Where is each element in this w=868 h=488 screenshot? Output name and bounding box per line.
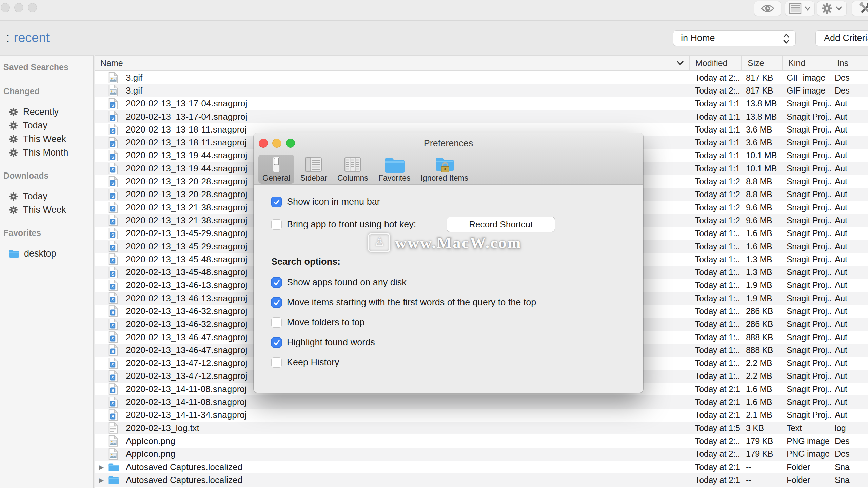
table-row[interactable]: ▶ Autosaved Captures.localized Today at …	[95, 461, 868, 473]
tab-ignored-items[interactable]: Ignored Items	[416, 155, 472, 184]
file-size: 1.3 MB	[741, 255, 782, 264]
snagit-file-icon: S	[108, 292, 120, 304]
snagit-file-icon: S	[108, 344, 120, 356]
dialog-minimize-button[interactable]	[272, 139, 281, 148]
preferences-titlebar[interactable]: Preferences	[254, 133, 643, 154]
checkbox-keep-history[interactable]: Keep History	[271, 357, 633, 368]
checkbox-highlight-found-words[interactable]: Highlight found words	[271, 337, 633, 348]
select-updown-icon	[782, 33, 791, 47]
file-ins: Aut	[831, 397, 868, 407]
tab-sidebar[interactable]: Sidebar	[296, 155, 331, 184]
file-name: 2020-02-13_log.txt	[126, 423, 199, 433]
sidebar-item-this-week[interactable]: This Week	[3, 132, 93, 146]
file-kind: Snagit Proj...	[782, 150, 831, 160]
snagit-file-icon: S	[108, 331, 120, 343]
file-modified: Today at 2:1...	[689, 475, 741, 485]
file-size: 286 KB	[741, 306, 782, 316]
column-header-ins[interactable]: Ins	[831, 56, 868, 70]
file-modified: Today at 1:...	[689, 319, 741, 329]
dialog-close-button[interactable]	[259, 139, 268, 148]
tab-general[interactable]: General	[258, 155, 294, 184]
folder-icon	[108, 475, 119, 484]
sidebar-item-this-month[interactable]: This Month	[3, 146, 93, 159]
file-kind: GIF image	[782, 86, 831, 96]
checkbox-move-items-starting[interactable]: Move items starting with the first words…	[271, 297, 633, 308]
file-kind: Snagit Proj...	[782, 177, 831, 186]
file-modified: Today at 1:...	[689, 306, 741, 316]
file-kind: Folder	[782, 462, 831, 472]
checkbox-box	[271, 219, 282, 230]
image-file-icon	[108, 448, 120, 460]
file-size: 1.9 MB	[741, 280, 782, 290]
record-shortcut-button[interactable]: Record Shortcut	[447, 217, 555, 232]
sidebar-item-recently[interactable]: Recently	[3, 105, 93, 119]
table-row[interactable]: ▶ S 2020-02-13_14-11-34.snagproj Today a…	[95, 409, 868, 422]
svg-text:S: S	[111, 388, 114, 393]
file-modified: Today at 1:...	[689, 345, 741, 355]
file-ins: Aut	[831, 293, 868, 303]
sidebar-item-today[interactable]: Today	[3, 189, 93, 203]
file-size: 9.6 MB	[741, 203, 782, 212]
window-minimize-button[interactable]	[14, 3, 23, 12]
tab-favorites[interactable]: Favorites	[374, 155, 415, 184]
snagit-file-icon: S	[108, 267, 120, 278]
table-row[interactable]: ▶ 3.gif Today at 2:... 817 KB GIF image …	[95, 71, 868, 84]
toolbar-tools-button[interactable]	[852, 1, 868, 16]
tab-columns[interactable]: Columns	[333, 155, 372, 184]
table-row[interactable]: ▶ S 2020-02-13_13-17-04.snagproj Today a…	[95, 110, 868, 123]
table-row[interactable]: ▶	[95, 487, 868, 488]
sidebar-item-desktop[interactable]: desktop	[3, 247, 93, 260]
sidebar: Saved Searches Changed Recently Today Th…	[0, 55, 94, 488]
table-row[interactable]: ▶ AppIcon.png Today at 2:... 179 KB PNG …	[95, 448, 868, 461]
snagit-file-icon: S	[108, 202, 120, 213]
snagit-file-icon: S	[108, 111, 120, 122]
checkbox-show-apps-found[interactable]: Show apps found on any disk	[271, 277, 633, 288]
table-row[interactable]: ▶ Autosaved Captures.localized Today at …	[95, 473, 868, 486]
gear-icon	[9, 107, 18, 117]
toolbar-actions-button[interactable]	[817, 1, 847, 16]
window-zoom-button[interactable]	[28, 3, 37, 12]
svg-text:S: S	[111, 155, 114, 160]
table-row[interactable]: ▶ S 2020-02-13_13-17-04.snagproj Today a…	[95, 97, 868, 110]
checkbox-show-icon-menu-bar[interactable]: Show icon in menu bar	[271, 197, 633, 207]
column-header-modified[interactable]: Modified	[689, 56, 741, 70]
dialog-zoom-button[interactable]	[286, 139, 295, 148]
window-close-button[interactable]	[1, 3, 10, 12]
file-modified: Today at 1:...	[689, 371, 741, 381]
svg-text:S: S	[111, 128, 114, 134]
file-size: 13.8 MB	[741, 99, 782, 108]
table-row[interactable]: ▶ AppIcon.png Today at 2:... 179 KB PNG …	[95, 434, 868, 447]
table-row[interactable]: ▶ 2020-02-13_log.txt Today at 1:5... 3 K…	[95, 422, 868, 434]
column-header-name[interactable]: Name	[95, 56, 689, 70]
add-criteria-button[interactable]: Add Criteria	[815, 30, 868, 46]
checkbox-box	[271, 297, 282, 308]
column-header-size[interactable]: Size	[741, 56, 782, 70]
file-modified: Today at 1:1...	[689, 125, 741, 135]
disclosure-triangle-icon[interactable]: ▶	[95, 476, 108, 484]
file-name: 2020-02-13_13-21-38.snagproj	[126, 202, 248, 213]
checkbox-hot-key[interactable]: Bring app to front using hot key: Record…	[271, 217, 633, 232]
file-name: 2020-02-13_13-19-44.snagproj	[126, 163, 248, 174]
sidebar-item-today[interactable]: Today	[3, 119, 93, 132]
table-row[interactable]: ▶ S 2020-02-13_14-11-08.snagproj Today a…	[95, 395, 868, 408]
column-header-kind[interactable]: Kind	[782, 56, 831, 70]
file-name: Autosaved Captures.localized	[126, 475, 242, 485]
file-modified: Today at 1:5...	[689, 423, 741, 433]
file-size: 8.8 MB	[741, 177, 782, 186]
file-kind: Snagit Proj...	[782, 242, 831, 251]
toolbar-eye-button[interactable]	[754, 1, 781, 16]
toolbar-view-options-button[interactable]	[785, 1, 815, 16]
table-row[interactable]: ▶ 3.gif Today at 2:... 817 KB GIF image …	[95, 84, 868, 97]
svg-text:S: S	[111, 142, 114, 147]
file-name: 3.gif	[126, 85, 142, 96]
file-size: 2.2 MB	[741, 371, 782, 381]
file-kind: PNG image	[782, 449, 831, 459]
file-name: 2020-02-13_13-18-11.snagproj	[126, 137, 247, 148]
file-modified: Today at 1:2...	[689, 216, 741, 225]
scope-select[interactable]: in Home	[673, 30, 796, 46]
sidebar-item-this-week[interactable]: This Week	[3, 203, 93, 217]
folder-icon	[383, 156, 405, 173]
checkbox-move-folders-to[interactable]: Move folders to top	[271, 317, 633, 328]
sidebar-icon	[303, 156, 324, 173]
disclosure-triangle-icon[interactable]: ▶	[95, 463, 108, 471]
